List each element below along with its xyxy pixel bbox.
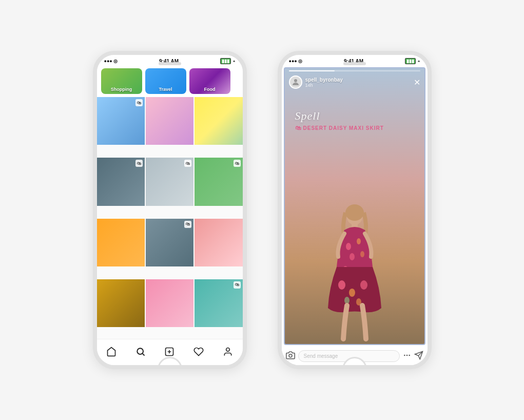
svg-point-19 (344, 297, 350, 304)
story-item-food[interactable]: Food (189, 68, 230, 94)
grid-cell-9[interactable] (195, 219, 242, 266)
phone-speaker (159, 62, 181, 65)
grid-cell-4[interactable]: 🛍 (97, 158, 145, 205)
battery-indicator: ▮▮▮ + (220, 58, 236, 64)
phone-1-screen: Shopping Travel Food 🛍 🛍 (97, 65, 243, 365)
phones-container: ●●● ◎ 9:41 AM ▮▮▮ + Shopping Travel Food (93, 51, 432, 369)
svg-point-17 (349, 289, 355, 297)
phone-story: ●●● ◎ 9:41 AM ▮▮▮ + (278, 51, 432, 369)
svg-point-8 (345, 204, 364, 221)
phone-speaker-2 (343, 62, 366, 65)
nav-search-button[interactable] (132, 343, 149, 360)
grid-cell-6[interactable]: 🛍 (195, 158, 242, 205)
nav-home-button[interactable] (103, 343, 120, 360)
story-user-details: spell_byronbay 14h (305, 77, 343, 88)
svg-point-22 (404, 355, 405, 356)
plus-sign-2: + (418, 59, 420, 64)
grid-cell-12[interactable]: 🛍 (195, 279, 242, 327)
story-product-tag[interactable]: DESERT DAISY MAXI SKIRT (295, 125, 384, 131)
camera-icon[interactable] (286, 351, 295, 361)
nav-heart-button[interactable] (190, 343, 207, 360)
story-label-travel: Travel (145, 87, 186, 92)
battery-icon: ▮▮▮ (220, 58, 231, 64)
grid-cell-7[interactable] (97, 219, 145, 266)
story-username: spell_byronbay (305, 77, 343, 83)
story-brand-text: Spell (295, 109, 320, 123)
shop-icon-5: 🛍 (184, 160, 191, 167)
grid-cell-1[interactable]: 🛍 (97, 97, 145, 145)
svg-point-10 (346, 243, 351, 250)
story-item-shopping[interactable]: Shopping (101, 68, 142, 94)
signal-indicator-2: ●●● ◎ (289, 59, 303, 64)
more-options-icon[interactable] (403, 351, 411, 361)
battery-indicator-2: ▮▮▮ + (405, 58, 420, 64)
story-screen: spell_byronbay 14h ✕ Spell DESERT DAISY … (282, 65, 428, 365)
story-content[interactable]: spell_byronbay 14h ✕ Spell DESERT DAISY … (284, 67, 425, 345)
svg-point-11 (357, 238, 361, 244)
svg-point-24 (409, 355, 410, 356)
battery-icon-2: ▮▮▮ (405, 58, 416, 64)
grid-cell-8[interactable]: 🛍 (146, 219, 193, 266)
grid-cell-2[interactable] (146, 97, 193, 145)
story-header: spell_byronbay 14h ✕ (285, 68, 424, 92)
story-timestamp: 14h (305, 83, 343, 88)
svg-point-21 (289, 354, 292, 357)
svg-point-6 (294, 79, 297, 82)
story-user-info: spell_byronbay 14h (289, 75, 343, 89)
svg-point-0 (137, 348, 143, 354)
shop-icon-8: 🛍 (184, 221, 191, 228)
shop-icon-12: 🛍 (234, 281, 241, 289)
grid-cell-10[interactable] (97, 279, 145, 327)
story-label-food: Food (189, 87, 230, 92)
svg-point-5 (226, 348, 230, 352)
story-avatar[interactable] (289, 75, 302, 89)
svg-point-18 (360, 280, 367, 290)
svg-point-16 (338, 280, 345, 290)
story-label-shopping: Shopping (101, 87, 142, 92)
nav-profile-button[interactable] (220, 343, 236, 360)
plus-sign: + (233, 59, 236, 64)
grid-cell-3[interactable] (195, 97, 242, 145)
shop-icon-1: 🛍 (135, 99, 143, 106)
phone-explore: ●●● ◎ 9:41 AM ▮▮▮ + Shopping Travel Food (93, 51, 247, 369)
stories-row: Shopping Travel Food (97, 65, 243, 97)
grid-cell-11[interactable] (146, 279, 193, 327)
grid-cell-5[interactable]: 🛍 (146, 158, 193, 205)
send-icon[interactable] (414, 351, 423, 361)
explore-grid: 🛍 🛍 🛍 🛍 🛍 (97, 97, 243, 339)
svg-point-23 (406, 355, 407, 356)
story-item-travel[interactable]: Travel (145, 68, 186, 94)
shop-icon-6: 🛍 (234, 160, 241, 167)
shop-icon-4: 🛍 (135, 160, 143, 167)
signal-indicator: ●●● ◎ (104, 59, 118, 64)
svg-point-13 (360, 251, 364, 257)
story-figure (314, 200, 396, 344)
story-close-button[interactable]: ✕ (414, 78, 420, 87)
svg-line-1 (143, 354, 145, 356)
svg-point-12 (350, 253, 355, 260)
